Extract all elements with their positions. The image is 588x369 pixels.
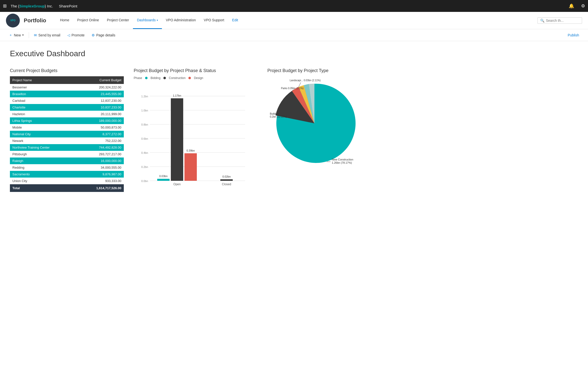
total-value: 1,614,717,526.00 (77, 184, 124, 192)
page-title: Executive Dashboard (10, 49, 578, 58)
svg-text:Building: Building (270, 112, 279, 115)
project-name-cell: Lithia Springs (10, 117, 77, 124)
project-name-cell: Northview Training Center (10, 144, 77, 151)
construction-legend-label: Construction (169, 76, 185, 80)
table-row: Union City933,333.00 (10, 178, 124, 184)
budget-cell: 16,000,000.00 (77, 158, 124, 164)
budget-cell: 23,445,555.00 (77, 91, 124, 97)
budget-cell: 744,492,828.00 (77, 144, 124, 151)
nav-vpo-support[interactable]: VPO Support (200, 12, 228, 29)
budget-cell: 50,000,873.00 (77, 124, 124, 131)
nav-vpo-admin[interactable]: VPO Administration (162, 12, 200, 29)
table-row: Raleigh16,000,000.00 (10, 158, 124, 164)
svg-text:1.0bn: 1.0bn (141, 109, 148, 112)
budget-cell: 12,837,230.00 (77, 97, 124, 104)
promote-icon: ◁ (67, 33, 70, 37)
project-name-cell: Hazleton (10, 111, 77, 117)
table-row: Pittsburgh293,727,217.00 (10, 151, 124, 158)
svg-text:Parks 0.05bn (3.1%): Parks 0.05bn (3.1%) (281, 87, 304, 90)
open-bidding-bar (157, 179, 170, 181)
project-name-cell: Sacramento (10, 171, 77, 178)
pie-container: New Construction 1.26bn (78.17%) Buildin… (267, 76, 578, 171)
search-icon: 🔍 (540, 19, 544, 23)
table-row: Mobile50,000,873.00 (10, 124, 124, 131)
svg-text:0.02bn: 0.02bn (222, 175, 231, 178)
publish-button[interactable]: Publish (565, 32, 582, 39)
budget-cell: 933,333.00 (77, 178, 124, 184)
svg-text:0.4bn: 0.4bn (141, 151, 148, 154)
project-name-cell: Mobile (10, 124, 77, 131)
table-row: Charlotte10,837,233.00 (10, 104, 124, 111)
budget-cell: 293,727,217.00 (77, 151, 124, 158)
dashboard-grid: Current Project Budgets Project Name Cur… (10, 68, 578, 192)
logo-text: VPO (10, 19, 15, 22)
nav-dashboards[interactable]: Dashboards ▾ (133, 12, 162, 29)
site-title-area: Portfolio (24, 18, 46, 23)
svg-text:0.8bn: 0.8bn (141, 123, 148, 126)
project-name-cell: Charlotte (10, 104, 77, 111)
app-name: SharePoint (59, 4, 77, 8)
budget-cell: 10,837,233.00 (77, 104, 124, 111)
project-name-cell: Newark (10, 137, 77, 144)
closed-construction-bar (220, 179, 233, 181)
budget-table-section: Current Project Budgets Project Name Cur… (10, 68, 124, 192)
table-row: Bessemer200,324,222.00 (10, 84, 124, 91)
project-name-cell: Raleigh (10, 158, 77, 164)
table-row: Lithia Springs189,000,000.00 (10, 117, 124, 124)
svg-text:0.6bn: 0.6bn (141, 137, 148, 140)
search-input[interactable] (546, 19, 576, 23)
page-details-button[interactable]: ⚙ Page details (89, 32, 118, 39)
bar-chart-legend: Phase Bidding Construction Design (134, 76, 257, 80)
nav-project-center[interactable]: Project Center (103, 12, 133, 29)
site-logo: VPO (6, 14, 20, 27)
nav-home[interactable]: Home (56, 12, 73, 29)
site-title: Portfolio (24, 18, 46, 23)
bar-chart-title: Project Budget by Project Phase & Status (134, 68, 257, 73)
col-project-name: Project Name (10, 76, 77, 84)
nav-project-online[interactable]: Project Online (73, 12, 103, 29)
table-row: Hazleton20,111,999.00 (10, 111, 124, 117)
separator (29, 32, 29, 38)
project-name-cell: Redding (10, 164, 77, 171)
bidding-legend-dot (145, 77, 148, 79)
open-design-bar (184, 153, 197, 181)
project-name-cell: Bessemer (10, 84, 77, 91)
svg-text:0.2bn (12.22%): 0.2bn (12.22%) (270, 115, 287, 118)
new-button[interactable]: ＋ New ▾ (6, 31, 27, 39)
table-row: Redding34,000,555.00 (10, 164, 124, 171)
bar-chart-svg: 0.0bn 0.2bn 0.4bn 0.6bn 0.8bn 1.0bn 1.2b… (134, 82, 257, 186)
svg-text:0.03bn: 0.03bn (159, 175, 168, 178)
svg-text:1.17bn: 1.17bn (173, 94, 181, 97)
plus-icon: ＋ (9, 33, 12, 37)
design-legend-dot (188, 77, 191, 79)
notification-bell-icon[interactable]: 🔔 (569, 3, 574, 9)
settings-gear-icon[interactable]: ⚙ (581, 3, 585, 9)
project-name-cell: Union City (10, 178, 77, 184)
budget-cell: 20,111,999.00 (77, 111, 124, 117)
col-current-budget: Current Budget (77, 76, 124, 84)
search-box[interactable]: 🔍 (537, 17, 582, 24)
project-name-cell: Carlsbad (10, 97, 77, 104)
toolbar: ＋ New ▾ ✉ Send by email ◁ Promote ⚙ Page… (0, 29, 588, 41)
svg-text:Landscapi... 0.03bn (2.11%): Landscapi... 0.03bn (2.11%) (290, 79, 321, 82)
bidding-legend-label: Bidding (151, 76, 160, 80)
grid-icon[interactable]: ⊞ (3, 3, 7, 9)
budget-table-title: Current Project Budgets (10, 68, 124, 73)
promote-button[interactable]: ◁ Promote (64, 32, 88, 39)
svg-text:0.2bn: 0.2bn (141, 165, 148, 168)
project-name-cell: Pittsburgh (10, 151, 77, 158)
new-chevron-icon: ▾ (22, 33, 24, 37)
svg-text:1.2bn: 1.2bn (141, 95, 148, 98)
phase-label: Phase (134, 76, 142, 80)
total-label: Total (10, 184, 77, 192)
budget-cell: 752,222.00 (77, 137, 124, 144)
svg-text:Open: Open (173, 183, 180, 186)
email-icon: ✉ (34, 33, 37, 37)
send-by-email-button[interactable]: ✉ Send by email (31, 32, 63, 39)
brand-name: The {SimplexGroup} Inc. (11, 4, 53, 8)
nav-edit[interactable]: Edit (228, 12, 242, 29)
pie-chart-svg: New Construction 1.26bn (78.17%) Buildin… (267, 76, 361, 170)
table-row: Carlsbad12,837,230.00 (10, 97, 124, 104)
construction-legend-dot (163, 77, 166, 79)
gear-small-icon: ⚙ (92, 33, 95, 37)
